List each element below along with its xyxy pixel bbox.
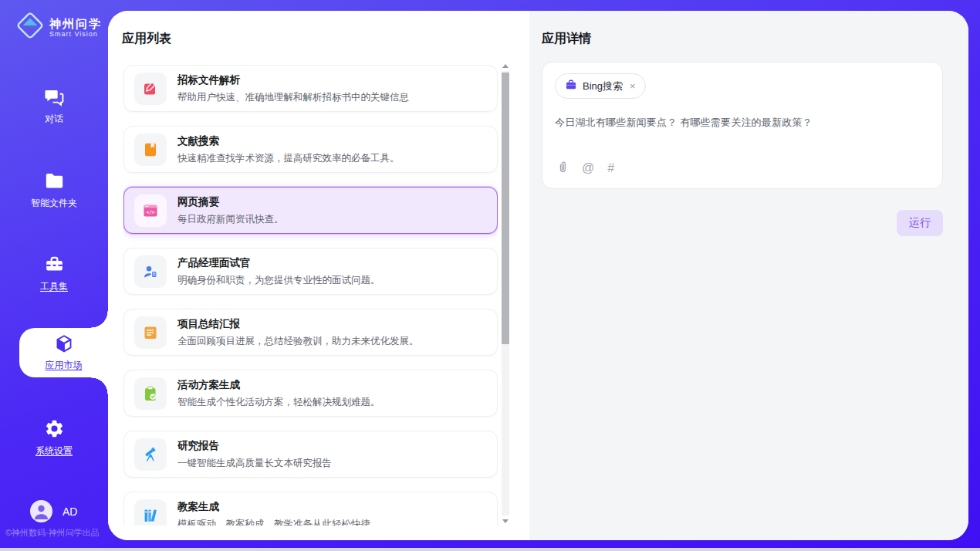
app-detail-panel: 应用详情 Bing搜索 × 今日湖北有哪些新闻要点？ 有哪些需要关注的最新政策？ xyxy=(529,11,968,540)
app-card-pm-interviewer[interactable]: 产品经理面试官 明确身份和职责，为您提供专业性的面试问题。 xyxy=(123,248,498,295)
sidebar-item-toolkit[interactable]: 工具集 xyxy=(0,254,108,293)
gear-icon xyxy=(44,418,65,439)
sidebar-item-label: 工具集 xyxy=(40,280,68,293)
app-card-description: 一键智能生成高质量长文本研究报告 xyxy=(177,457,332,470)
hash-icon[interactable]: # xyxy=(607,161,614,175)
sidebar-item-label: 对话 xyxy=(45,113,63,126)
edit-square-icon xyxy=(134,73,167,105)
sidebar-item-label: 智能文件夹 xyxy=(31,197,77,210)
scroll-down-button[interactable] xyxy=(502,517,509,525)
app-card-description: 快速精准查找学术资源，提高研究效率的必备工具。 xyxy=(177,152,400,165)
app-card-title: 招标文件解析 xyxy=(177,73,409,87)
chat-icon xyxy=(44,86,65,107)
tool-tag-label: Bing搜索 xyxy=(583,79,623,93)
book-icon xyxy=(134,134,167,166)
briefcase-icon xyxy=(565,79,577,93)
books-icon xyxy=(134,499,167,526)
sidebar-item-label: 系统设置 xyxy=(35,445,73,458)
app-list-panel: 应用列表 招标文件解析 帮助用户快速、准确地理解和解析招标书中的关键信息 xyxy=(108,11,529,540)
logo-title: 神州问学 xyxy=(49,17,102,30)
folder-icon xyxy=(44,171,65,191)
app-card-research-report[interactable]: 研究报告 一键智能生成高质量长文本研究报告 xyxy=(123,431,498,478)
app-card-title: 网页摘要 xyxy=(177,195,284,209)
tab-curve-top xyxy=(91,311,108,328)
cube-icon xyxy=(53,333,75,355)
app-card-description: 帮助用户快速、准确地理解和解析招标书中的关键信息 xyxy=(177,91,409,104)
scroll-up-button[interactable] xyxy=(502,62,509,69)
research-icon xyxy=(134,438,167,471)
prompt-text[interactable]: 今日湖北有哪些新闻要点？ 有哪些需要关注的最新政策？ xyxy=(555,116,930,130)
sidebar-item-smart-folder[interactable]: 智能文件夹 xyxy=(0,171,108,210)
app-card-bid-parse[interactable]: 招标文件解析 帮助用户快速、准确地理解和解析招标书中的关键信息 xyxy=(123,65,498,112)
sidebar-item-app-market[interactable]: 应用市场 xyxy=(19,328,108,377)
app-card-title: 产品经理面试官 xyxy=(177,256,380,270)
app-card-description: 模板驱动，教案秒成，教学准备从此轻松快捷 xyxy=(177,518,370,526)
content-shell: 应用列表 招标文件解析 帮助用户快速、准确地理解和解析招标书中的关键信息 xyxy=(108,11,968,540)
app-detail-title: 应用详情 xyxy=(542,31,591,47)
app-list-title: 应用列表 xyxy=(122,31,171,47)
browser-code-icon: </> xyxy=(134,194,167,227)
toolbox-icon xyxy=(44,254,65,275)
svg-text:</>: </> xyxy=(146,208,154,214)
app-card-list: 招标文件解析 帮助用户快速、准确地理解和解析招标书中的关键信息 文献搜索 快速精… xyxy=(123,65,498,526)
attachment-toolbar: @ # xyxy=(556,160,614,177)
logo-subtitle: Smart Vision xyxy=(49,30,102,38)
paperclip-icon[interactable] xyxy=(556,160,569,177)
app-card-title: 教案生成 xyxy=(177,500,370,514)
user-badge[interactable]: AD xyxy=(30,500,77,522)
scrollbar-track[interactable] xyxy=(502,71,509,516)
app-card-web-summary[interactable]: </> 网页摘要 每日政府新闻资讯快查。 xyxy=(123,187,498,234)
logo: 神州问学 Smart Vision xyxy=(15,11,102,43)
copyright: ©神州数码·神州问学出品 xyxy=(5,527,100,539)
app-card-lesson-plan[interactable]: 教案生成 模板驱动，教案秒成，教学准备从此轻松快捷 xyxy=(123,492,498,526)
user-name: AD xyxy=(63,505,77,518)
tab-curve-bottom xyxy=(91,377,108,394)
app-card-title: 项目总结汇报 xyxy=(177,317,419,331)
report-note-icon xyxy=(134,316,167,349)
app-card-description: 智能生成个性化活动方案，轻松解决规划难题。 xyxy=(177,396,380,409)
avatar xyxy=(30,500,52,522)
sidebar-item-settings[interactable]: 系统设置 xyxy=(0,418,108,458)
app-card-project-summary[interactable]: 项目总结汇报 全面回顾项目进展，总结经验教训，助力未来优化发展。 xyxy=(123,309,498,356)
interviewer-icon xyxy=(134,255,167,288)
mention-at-icon[interactable]: @ xyxy=(582,161,594,175)
scrollbar-thumb[interactable] xyxy=(502,73,509,344)
app-card-event-plan[interactable]: 活动方案生成 智能生成个性化活动方案，轻松解决规划难题。 xyxy=(123,370,498,417)
close-icon[interactable]: × xyxy=(630,81,636,91)
app-card-literature-search[interactable]: 文献搜索 快速精准查找学术资源，提高研究效率的必备工具。 xyxy=(123,126,498,173)
sidebar: 神州问学 Smart Vision 对话 智能文件夹 xyxy=(0,0,108,548)
app-card-title: 研究报告 xyxy=(177,439,332,453)
tool-tag-bing-search[interactable]: Bing搜索 × xyxy=(555,73,646,99)
sidebar-item-label: 应用市场 xyxy=(46,359,83,372)
clipboard-check-icon xyxy=(134,377,167,410)
app-card-description: 每日政府新闻资讯快查。 xyxy=(177,213,284,226)
app-card-title: 文献搜索 xyxy=(177,134,400,148)
logo-diamond-icon xyxy=(15,11,45,43)
sidebar-item-chat[interactable]: 对话 xyxy=(0,86,108,126)
app-card-title: 活动方案生成 xyxy=(177,378,380,392)
list-scrollbar xyxy=(502,62,509,525)
run-button[interactable]: 运行 xyxy=(897,210,943,236)
app-card-description: 全面回顾项目进展，总结经验教训，助力未来优化发展。 xyxy=(177,335,419,348)
app-window: 神州问学 Smart Vision 对话 智能文件夹 xyxy=(0,0,980,548)
prompt-editor[interactable]: Bing搜索 × 今日湖北有哪些新闻要点？ 有哪些需要关注的最新政策？ @ # xyxy=(542,62,943,189)
app-card-description: 明确身份和职责，为您提供专业性的面试问题。 xyxy=(177,274,380,287)
